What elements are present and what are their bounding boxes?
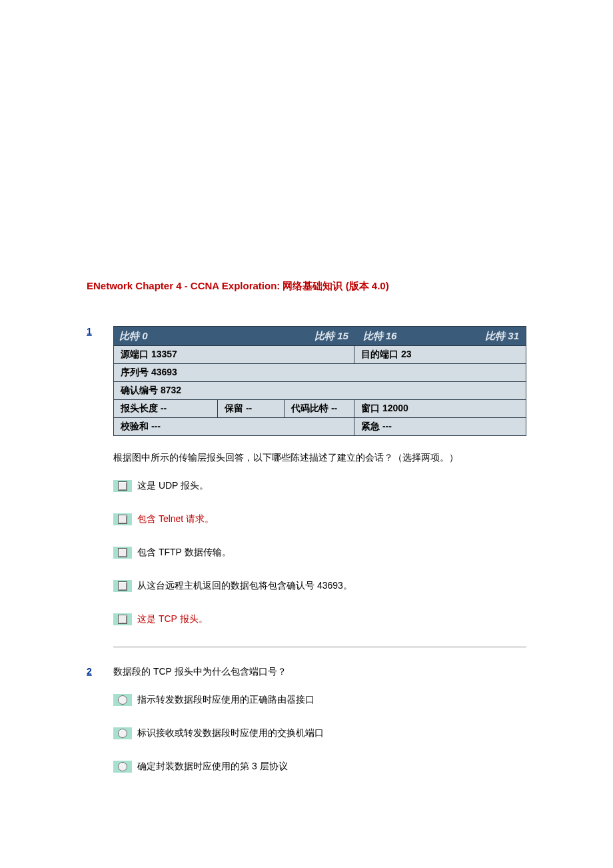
checkbox-icon [118, 581, 127, 591]
bit-15-label: 比特 15 [314, 330, 360, 343]
option-label: 指示转发数据段时应使用的正确路由器接口 [137, 694, 314, 706]
radio-icon [118, 695, 127, 705]
q2-option-2: 标识接收或转发数据段时应使用的交换机端口 [113, 727, 526, 739]
diagram-row-checksum: 校验和 --- 紧急 --- [114, 417, 526, 435]
bit-31-label: 比特 31 [460, 330, 526, 343]
diagram-bit-ruler: 比特 0 比特 15 比特 16 比特 31 [114, 327, 526, 345]
option-label: 包含 Telnet 请求。 [137, 513, 214, 525]
option-label: 确定封装数据时应使用的第 3 层协议 [137, 761, 288, 773]
radio[interactable] [113, 761, 132, 773]
checkbox[interactable] [113, 547, 132, 559]
diagram-row-ack: 确认编号 8732 [114, 381, 526, 399]
checkbox[interactable] [113, 513, 132, 525]
option-label: 这是 UDP 报头。 [137, 480, 209, 492]
radio-icon [118, 762, 127, 771]
checkbox-icon [118, 481, 127, 491]
radio[interactable] [113, 727, 132, 739]
window-cell: 窗口 12000 [354, 400, 526, 417]
diagram-row-flags: 报头长度 -- 保留 -- 代码比特 -- 窗口 12000 [114, 399, 526, 417]
option-label: 这是 TCP 报头。 [137, 613, 208, 625]
q2-option-3: 确定封装数据时应使用的第 3 层协议 [113, 761, 526, 773]
sequence-cell: 序列号 43693 [114, 364, 526, 381]
question-1: 1 比特 0 比特 15 比特 16 比特 31 源端口 13357 目的端口 … [87, 326, 613, 666]
question-2: 2 数据段的 TCP 报头中为什么包含端口号？ 指示转发数据段时应使用的正确路由… [87, 666, 613, 794]
question-number-link[interactable]: 1 [87, 326, 95, 337]
hlen-cell: 报头长度 -- [114, 400, 217, 417]
q1-option-5: 这是 TCP 报头。 [113, 613, 526, 625]
ack-cell: 确认编号 8732 [114, 382, 526, 399]
reserved-cell: 保留 -- [217, 400, 284, 417]
question-body: 比特 0 比特 15 比特 16 比特 31 源端口 13357 目的端口 23… [113, 326, 526, 666]
option-label: 标识接收或转发数据段时应使用的交换机端口 [137, 727, 324, 739]
tcp-header-diagram: 比特 0 比特 15 比特 16 比特 31 源端口 13357 目的端口 23… [113, 326, 526, 436]
divider [113, 647, 526, 647]
diagram-row-seq: 序列号 43693 [114, 363, 526, 381]
checkbox[interactable] [113, 580, 132, 592]
dest-port-cell: 目的端口 23 [354, 346, 526, 363]
radio[interactable] [113, 694, 132, 706]
question-body: 数据段的 TCP 报头中为什么包含端口号？ 指示转发数据段时应使用的正确路由器接… [113, 666, 526, 794]
option-label: 从这台远程主机返回的数据包将包含确认号 43693。 [137, 580, 352, 592]
source-port-cell: 源端口 13357 [114, 346, 354, 363]
q1-option-3: 包含 TFTP 数据传输。 [113, 547, 526, 559]
urgent-cell: 紧急 --- [354, 418, 526, 435]
question-number-link[interactable]: 2 [87, 666, 95, 677]
radio-icon [118, 729, 127, 738]
bit-0-label: 比特 0 [114, 330, 314, 343]
checkbox-icon [118, 548, 127, 557]
question-text: 根据图中所示的传输层报头回答，以下哪些陈述描述了建立的会话？（选择两项。） [113, 452, 526, 464]
option-label: 包含 TFTP 数据传输。 [137, 547, 231, 559]
q1-option-4: 从这台远程主机返回的数据包将包含确认号 43693。 [113, 580, 526, 592]
diagram-row-ports: 源端口 13357 目的端口 23 [114, 345, 526, 363]
page-title: ENetwork Chapter 4 - CCNA Exploration: 网… [87, 280, 613, 293]
q2-option-1: 指示转发数据段时应使用的正确路由器接口 [113, 694, 526, 706]
document-page: ENetwork Chapter 4 - CCNA Exploration: 网… [0, 0, 613, 861]
q1-option-2: 包含 Telnet 请求。 [113, 513, 526, 525]
q1-option-1: 这是 UDP 报头。 [113, 480, 526, 492]
checkbox-icon [118, 515, 127, 524]
checksum-cell: 校验和 --- [114, 418, 354, 435]
code-cell: 代码比特 -- [284, 400, 354, 417]
bit-16-label: 比特 16 [360, 330, 461, 343]
question-text: 数据段的 TCP 报头中为什么包含端口号？ [113, 666, 526, 678]
checkbox[interactable] [113, 613, 132, 625]
checkbox-icon [118, 615, 127, 624]
checkbox[interactable] [113, 480, 132, 492]
